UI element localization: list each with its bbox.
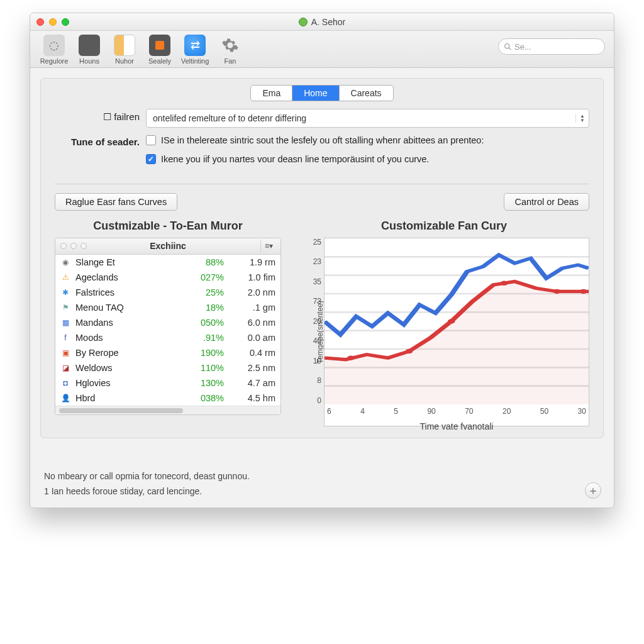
list-item[interactable]: 👤Hbrd038%4.5 hm: [55, 391, 280, 406]
seader-label: Tune of seader.: [55, 134, 140, 147]
toolbar-item-label: Regulore: [40, 57, 69, 65]
list-menu-icon[interactable]: ≡▾: [260, 240, 277, 252]
checkbox-2-label: Ikene you iif you nartes vour deasn line…: [161, 153, 429, 165]
zoom-icon[interactable]: [62, 18, 69, 26]
row-percent: 130%: [185, 378, 224, 388]
row-name: Menou TAQ: [75, 303, 180, 313]
row-icon: ⚠: [60, 272, 70, 282]
row-value: .1 gm: [229, 303, 275, 313]
row-icon: ◉: [60, 257, 70, 267]
titlebar: A. Sehor: [30, 13, 614, 31]
toolbar-item-sealely[interactable]: Sealely: [142, 35, 177, 65]
row-percent: 18%: [185, 303, 224, 313]
combo-stepper-icon: ▲▼: [575, 114, 585, 123]
horizontal-scrollbar[interactable]: [55, 406, 280, 414]
row-value: 2.0 nm: [229, 287, 275, 297]
toolbar-item-fan[interactable]: Fan: [213, 35, 248, 65]
row-value: 6.0 nm: [229, 318, 275, 328]
window-title: A. Sehor: [30, 17, 614, 27]
tab-careats[interactable]: Careats: [340, 86, 393, 101]
fan-curve-chart: 6459070205030: [324, 238, 589, 426]
tab-home[interactable]: Home: [292, 86, 339, 101]
minimize-icon[interactable]: [49, 18, 57, 26]
row-percent: 190%: [185, 348, 224, 358]
toolbar-item-label: Veltinting: [181, 57, 209, 65]
row-name: Hglovies: [75, 378, 180, 388]
row-icon: ▦: [60, 318, 70, 328]
list-item[interactable]: ▣By Rerope190%0.4 rm: [55, 345, 280, 360]
row-value: 1.0 fim: [229, 272, 275, 282]
search-input[interactable]: Se...: [498, 38, 605, 55]
add-button[interactable]: ＋: [585, 482, 601, 499]
list-item[interactable]: ⚑Menou TAQ18%.1 gm: [55, 300, 280, 315]
search-icon: [504, 43, 512, 51]
toolbar: ◌ReguloreHounsNuhorSealely⇄VeltintingFan…: [30, 31, 614, 68]
app-window: A. Sehor ◌ReguloreHounsNuhorSealely⇄Velt…: [30, 13, 614, 508]
svg-line-1: [509, 48, 511, 50]
monitor-list: Exchiinc ≡▾ ◉Slange Et88%1.9 rm⚠Agecland…: [55, 238, 281, 415]
row-percent: 027%: [185, 272, 224, 282]
list-item[interactable]: ⚠Ageclands027%1.0 fim: [55, 270, 280, 285]
content-panel: EmaHomeCareats ☐ failren ontelifed remel…: [40, 78, 604, 438]
checkbox-1[interactable]: [146, 135, 156, 145]
x-axis-ticks: 6459070205030: [325, 407, 589, 417]
list-item[interactable]: ◪Weldows110%2.5 nm: [55, 360, 280, 375]
sealely-icon: [149, 35, 170, 56]
row-name: Hbrd: [75, 393, 180, 403]
houns-icon: [79, 35, 100, 56]
toolbar-item-houns[interactable]: Houns: [72, 35, 107, 65]
list-item[interactable]: ◘Hglovies130%4.7 am: [55, 375, 280, 391]
row-icon: ◘: [60, 378, 70, 388]
toolbar-item-label: Houns: [79, 57, 99, 65]
row-value: 1.9 rm: [229, 257, 275, 267]
svg-point-10: [347, 355, 355, 360]
row-icon: ✱: [60, 287, 70, 297]
toolbar-item-label: Nuhor: [115, 57, 134, 65]
footer: No mbeary or call opmia for tonecord, de…: [30, 448, 614, 508]
failren-combobox[interactable]: ontelifed remelture of to detenr differi…: [146, 109, 589, 128]
list-item[interactable]: ▦Mandans050%6.0 nm: [55, 315, 280, 330]
list-item[interactable]: ◉Slange Et88%1.9 rm: [55, 255, 280, 270]
row-percent: 050%: [185, 318, 224, 328]
checkbox-1-label: ISe in thelereate sintric sout the lesfe…: [161, 134, 484, 147]
row-icon: ◪: [60, 363, 70, 373]
row-percent: 25%: [185, 287, 224, 297]
window-controls: [36, 18, 69, 26]
row-icon: ▣: [60, 348, 70, 358]
cantrol-button[interactable]: Cantrol or Deas: [504, 193, 589, 211]
checkbox-2[interactable]: [146, 154, 156, 164]
tab-ema[interactable]: Ema: [251, 86, 292, 101]
row-value: 2.5 nm: [229, 363, 275, 373]
rague-button[interactable]: Raglue Easr fans Curves: [55, 193, 177, 211]
svg-point-11: [406, 348, 413, 353]
toolbar-item-nuhor[interactable]: Nuhor: [107, 35, 142, 65]
row-name: Slange Et: [75, 257, 180, 267]
row-value: 4.7 am: [229, 378, 275, 388]
toolbar-item-regulore[interactable]: ◌Regulore: [36, 35, 72, 65]
list-item[interactable]: ✱Falstrices25%2.0 nm: [55, 285, 280, 300]
svg-point-12: [448, 319, 455, 323]
row-percent: 88%: [185, 257, 224, 267]
list-item[interactable]: fMoods.91%0.0 am: [55, 330, 280, 345]
row-value: 4.5 hm: [229, 393, 275, 403]
row-name: Falstrices: [75, 287, 180, 297]
failren-label: ☐ failren: [55, 109, 140, 123]
toolbar-item-label: Fan: [225, 57, 236, 65]
row-name: Ageclands: [75, 272, 180, 282]
footer-line-2: 1 Ian heeds foroue stiday, card lencinge…: [44, 486, 600, 496]
toolbar-item-veltinting[interactable]: ⇄Veltinting: [177, 35, 213, 65]
svg-point-13: [501, 280, 508, 285]
row-percent: .91%: [185, 333, 224, 343]
row-name: Moods: [75, 333, 180, 343]
x-axis-label: Time vate fvanotali: [324, 421, 589, 431]
row-icon: f: [60, 333, 70, 343]
tab-control: EmaHomeCareats: [250, 85, 393, 101]
row-name: By Rerope: [75, 348, 180, 358]
row-percent: 038%: [185, 393, 224, 403]
y-axis-ticks: 2523357320401080: [303, 238, 321, 405]
footer-line-1: No mbeary or call opmia for tonecord, de…: [44, 471, 600, 481]
row-icon: 👤: [60, 393, 70, 403]
app-icon: [299, 18, 308, 26]
nuhor-icon: [114, 35, 135, 56]
close-icon[interactable]: [36, 18, 44, 26]
